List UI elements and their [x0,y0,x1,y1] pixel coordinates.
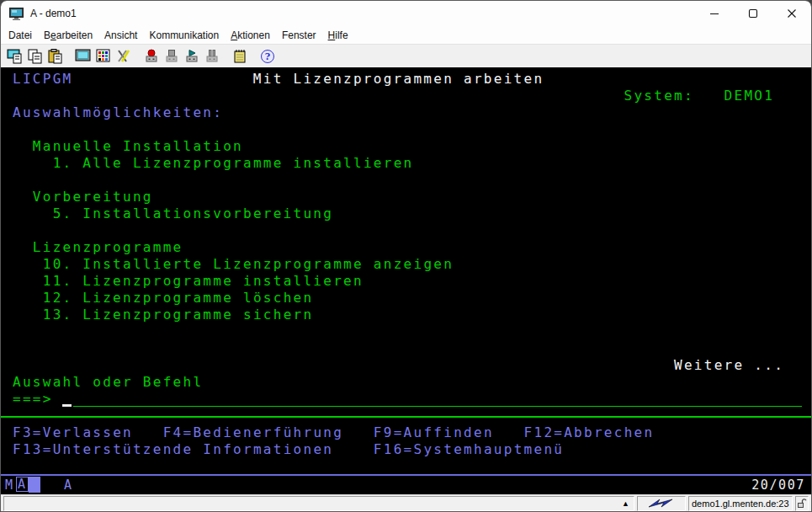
screen-separator-line [1,416,811,418]
command-arrow: ===> [13,391,53,408]
terminal-monitor-icon [9,8,24,20]
oia-block-indicator [29,477,40,493]
terminal-screen[interactable]: M A A 20/007 LICPGMMit Lizenzprogrammen … [1,67,811,494]
option-11: 11. Lizenzprogramme installieren [43,273,364,290]
menu-item-kommunikation[interactable]: Kommunikation [143,28,225,43]
svg-text:?: ? [265,51,270,62]
menu-item-hilfe[interactable]: Hilfe [322,28,354,43]
maximize-button[interactable] [734,1,772,26]
more-indicator: Weitere ... [674,357,784,374]
section-licensed-programs: Lizenzprogramme [33,239,183,256]
close-button[interactable] [772,1,811,26]
status-expander-icon[interactable]: ▲ [622,499,629,509]
options-heading: Auswahlmöglichkeiten: [13,104,223,121]
window-title: A - demo1 [30,8,77,19]
system-label: System: [624,88,694,104]
option-10: 10. Installierte Lizenzprogramme anzeige… [43,256,454,273]
connection-status-icon [637,496,686,511]
screen-title: Mit Lizenzprogrammen arbeiten [253,71,544,88]
title-bar: A - demo1 [1,1,811,26]
screen-id: LICPGM [13,71,72,88]
paste-icon[interactable] [45,46,66,66]
section-preparation: Vorbereitung [33,189,153,205]
edit-keyboard-icon[interactable] [114,46,134,66]
play-macro-icon[interactable] [182,46,202,66]
fkeys-line-2: F13=Unterstützende Informationen F16=Sys… [13,441,564,458]
color-map-icon[interactable] [93,46,114,66]
text-cursor [62,404,72,407]
option-1: 1. Alle Lizenzprogramme installieren [53,155,414,172]
menu-item-bearbeiten[interactable]: Bearbeiten [38,28,98,43]
section-manual-install: Manuelle Installation [33,138,243,155]
toolbar: ? [1,45,811,67]
copy-icon[interactable] [25,46,45,66]
new-session-icon[interactable] [5,46,25,66]
status-bar: ▲ demo1.gl.menten.de:23 [1,494,811,511]
option-5: 5. Installationsvorbereitung [53,205,334,222]
minimize-button[interactable] [695,1,734,26]
display-setup-icon[interactable] [73,46,93,66]
oia-separator-line [1,474,811,476]
unlocked-padlock-icon [795,496,809,511]
menu-item-fenster[interactable]: Fenster [276,28,322,43]
emulator-window: A - demo1 DateiBearbeitenAnsichtKommunik… [0,0,812,512]
option-12: 12. Lizenzprogramme löschen [43,290,314,307]
help-icon[interactable]: ? [257,46,278,66]
host-address: demo1.gl.menten.de:23 [688,496,793,511]
command-input-field[interactable] [73,406,802,407]
oia-keyboard-shift: A [64,477,73,493]
system-name: DEMO1 [724,88,775,104]
oia-cursor-position: 20/007 [751,477,805,493]
stop-macro-icon[interactable] [162,46,182,66]
menu-item-ansicht[interactable]: Ansicht [98,28,143,43]
menu-bar: DateiBearbeitenAnsichtKommunikationAktio… [1,26,811,45]
status-message-area: ▲ [3,496,634,511]
operator-information-area: M A A 20/007 [1,477,811,493]
pause-macro-icon[interactable] [202,46,222,66]
window-controls [695,1,811,26]
oia-input-inhibit: M [5,477,14,493]
menu-item-aktionen[interactable]: Aktionen [225,28,276,43]
oia-system-indicator: A [16,477,29,492]
command-prompt-label: Auswahl oder Befehl [13,374,203,391]
notepad-icon[interactable] [230,46,250,66]
menu-item-datei[interactable]: Datei [3,28,38,43]
option-13: 13. Lizenzprogramme sichern [43,307,314,323]
fkeys-line-1: F3=Verlassen F4=Bedienerführung F9=Auffi… [13,424,654,441]
record-macro-icon[interactable] [141,46,162,66]
